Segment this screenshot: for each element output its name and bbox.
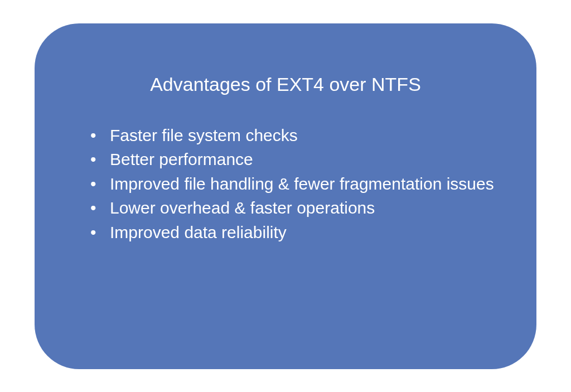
list-item: Lower overhead & faster operations — [90, 196, 497, 220]
list-item: Improved data reliability — [90, 220, 497, 245]
list-item: Faster file system checks — [90, 123, 497, 148]
slide-title: Advantages of EXT4 over NTFS — [74, 74, 497, 95]
bullet-list: Faster file system checks Better perform… — [74, 123, 497, 245]
list-item: Improved file handling & fewer fragmenta… — [90, 172, 497, 196]
slide-card: Advantages of EXT4 over NTFS Faster file… — [35, 23, 536, 369]
list-item: Better performance — [90, 147, 497, 172]
